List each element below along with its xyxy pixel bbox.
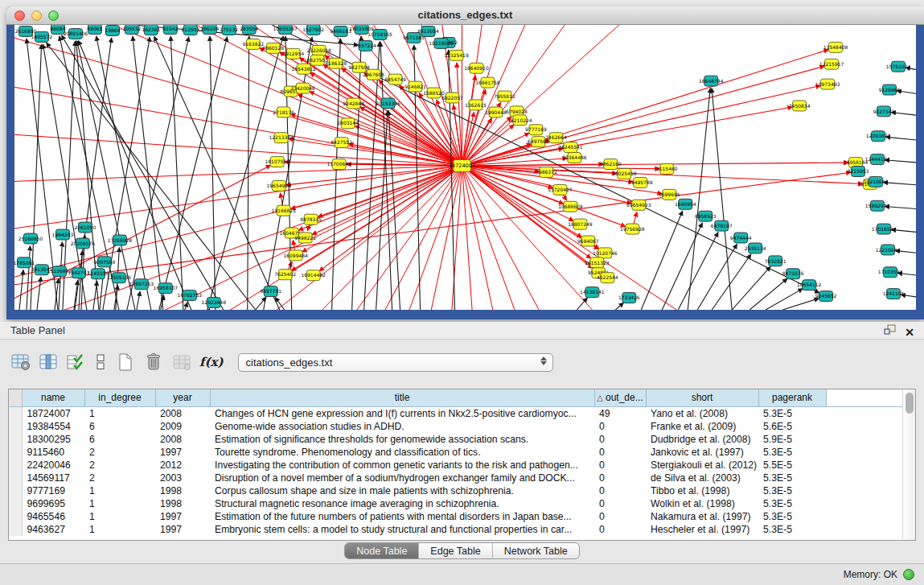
select-rows-icon[interactable]	[64, 352, 87, 373]
table-scrollbar[interactable]	[902, 389, 915, 540]
network-node[interactable]: 16648784	[699, 76, 724, 86]
network-node[interactable]: 6479197	[711, 220, 733, 231]
table-cell[interactable]: Jankovic et al. (1997)	[646, 446, 758, 459]
table-cell[interactable]: Investigating the contribution of common…	[210, 459, 594, 472]
rows-icon[interactable]	[92, 352, 109, 373]
table-cell[interactable]: 5.5E-5	[758, 459, 826, 472]
table-cell[interactable]: 2012	[155, 459, 210, 472]
table-row[interactable]: 911546021997Tourette syndrome. Phenomeno…	[9, 446, 902, 459]
network-node[interactable]: 162361	[142, 25, 160, 35]
table-cell[interactable]: 2008	[155, 433, 210, 446]
table-cell[interactable]: 6	[84, 420, 155, 433]
table-cell[interactable]: 5.6E-5	[758, 420, 826, 433]
network-node[interactable]: 15892971	[865, 200, 890, 211]
table-cell[interactable]: 9465546	[22, 510, 84, 523]
delete-icon[interactable]	[142, 350, 166, 374]
table-cell[interactable]: 1	[84, 406, 155, 420]
network-node[interactable]: 20891406	[64, 28, 88, 39]
table-cell[interactable]: 9463627	[22, 523, 84, 536]
network-node[interactable]: 12093877	[866, 131, 891, 142]
window-titlebar[interactable]: citations_edges.txt	[6, 6, 924, 25]
network-node[interactable]: 36245541	[558, 142, 583, 153]
table-cell[interactable]: Wolkin et al. (1998)	[646, 497, 758, 510]
new-document-icon[interactable]	[114, 351, 137, 373]
table-cell[interactable]: Dudbridge et al. (2008)	[646, 433, 758, 446]
table-cell[interactable]: 5.3E-5	[758, 497, 826, 510]
network-node[interactable]: 12325419	[444, 50, 469, 60]
table-row[interactable]: 977716911998Corpus callosum shape and si…	[9, 484, 902, 497]
table-cell[interactable]: 0	[594, 420, 646, 433]
network-node[interactable]: 9163822	[242, 39, 264, 49]
table-cell[interactable]: 9699695	[22, 497, 84, 510]
table-cell[interactable]: Hescheler et al. (1997)	[646, 523, 758, 536]
network-node[interactable]: 9129966	[879, 84, 901, 95]
network-node[interactable]: 14136141	[580, 287, 605, 298]
table-row[interactable]: 1456911722003Disruption of a novel membe…	[9, 472, 902, 484]
network-node[interactable]: 12210644	[876, 245, 901, 255]
network-node[interactable]: 16958107	[154, 283, 179, 294]
window-minimize-button[interactable]	[31, 10, 42, 21]
column-header-short[interactable]: short	[646, 389, 758, 406]
network-node[interactable]: 10654112	[797, 280, 822, 290]
network-node[interactable]: 17957253	[129, 279, 154, 290]
column-header-out_de[interactable]: △out_de...	[594, 389, 646, 406]
network-node[interactable]: 15720407	[548, 184, 573, 195]
network-node[interactable]: 9684067	[577, 236, 599, 246]
network-node[interactable]: 10655287	[273, 25, 298, 34]
float-panel-icon[interactable]	[884, 323, 897, 340]
table-cell[interactable]: 18300295	[22, 433, 84, 446]
network-node[interactable]: 1145194	[88, 269, 109, 279]
network-node[interactable]: 8454749	[384, 74, 406, 84]
network-node[interactable]: 17103594	[878, 267, 903, 278]
table-cell[interactable]: 5.3E-5	[758, 523, 826, 536]
table-cell[interactable]: Franke et al. (2009)	[646, 420, 758, 433]
table-cell[interactable]: 5.3E-5	[758, 472, 826, 484]
network-node[interactable]: 1990448	[485, 107, 507, 117]
table-cell[interactable]: 0	[594, 446, 646, 459]
table-cell[interactable]: 0	[594, 510, 646, 523]
network-node[interactable]: 105532	[122, 25, 141, 34]
network-node[interactable]: 9245652	[815, 291, 837, 302]
network-node[interactable]: 1362615	[465, 100, 487, 110]
network-node[interactable]: 11700644	[326, 159, 351, 170]
network-node[interactable]: 9097588	[94, 257, 116, 267]
network-node[interactable]: 9474444	[730, 233, 752, 243]
network-node[interactable]: 8215953	[848, 167, 869, 177]
network-node[interactable]: 275132	[220, 25, 238, 35]
table-cell[interactable]: 5.3E-5	[758, 484, 826, 497]
table-viewport[interactable]: namein_degreeyeartitle△out_de...shortpag…	[9, 389, 902, 540]
network-node[interactable]: 1733426	[618, 293, 640, 303]
network-node[interactable]: 25160850	[18, 233, 43, 244]
network-node[interactable]: 10719165	[368, 29, 392, 39]
table-cell[interactable]: 5.3E-5	[758, 446, 826, 459]
network-node[interactable]: 7632821	[765, 256, 786, 266]
network-node[interactable]: 9498222	[294, 233, 316, 243]
table-cell[interactable]: Embryonic stem cells: a model to study s…	[210, 523, 594, 536]
table-cell[interactable]: Estimation of significance thresholds fo…	[210, 433, 594, 446]
network-node[interactable]: 16914482	[301, 270, 326, 281]
network-node[interactable]: 2718176	[273, 107, 294, 117]
network-node[interactable]: 16151323	[585, 257, 610, 268]
network-node[interactable]: 7450834	[789, 101, 811, 111]
network-node[interactable]: 9227343	[873, 106, 895, 117]
column-header-name[interactable]: name	[22, 389, 84, 406]
network-node[interactable]: 19166825	[271, 205, 296, 216]
table-cell[interactable]: de Silva et al. (2003)	[646, 472, 758, 484]
network-node[interactable]: 7986372	[536, 167, 557, 178]
table-cell[interactable]: 6	[84, 433, 155, 446]
table-cell[interactable]: 5.3E-5	[758, 510, 826, 523]
network-canvas[interactable]: 1872400791638228860128891295423226058982…	[14, 25, 916, 310]
network-node[interactable]: 18640910	[464, 63, 489, 73]
network-node[interactable]: 213503	[181, 25, 199, 35]
column-icon[interactable]	[37, 352, 60, 373]
network-node[interactable]: 2935134	[745, 243, 766, 253]
network-node[interactable]: 7625402	[274, 270, 296, 280]
network-node[interactable]: 18107552	[265, 157, 290, 167]
network-node[interactable]: 89061	[87, 25, 102, 34]
network-node[interactable]: 8958923	[695, 211, 717, 221]
table-row[interactable]: 2242004622012Investigating the contribut…	[9, 459, 902, 472]
network-node[interactable]: 1405572	[31, 31, 53, 42]
table-cell[interactable]: 49	[594, 406, 646, 420]
table-cell[interactable]: 9115460	[22, 446, 84, 459]
network-node[interactable]: 1527602	[302, 25, 324, 35]
